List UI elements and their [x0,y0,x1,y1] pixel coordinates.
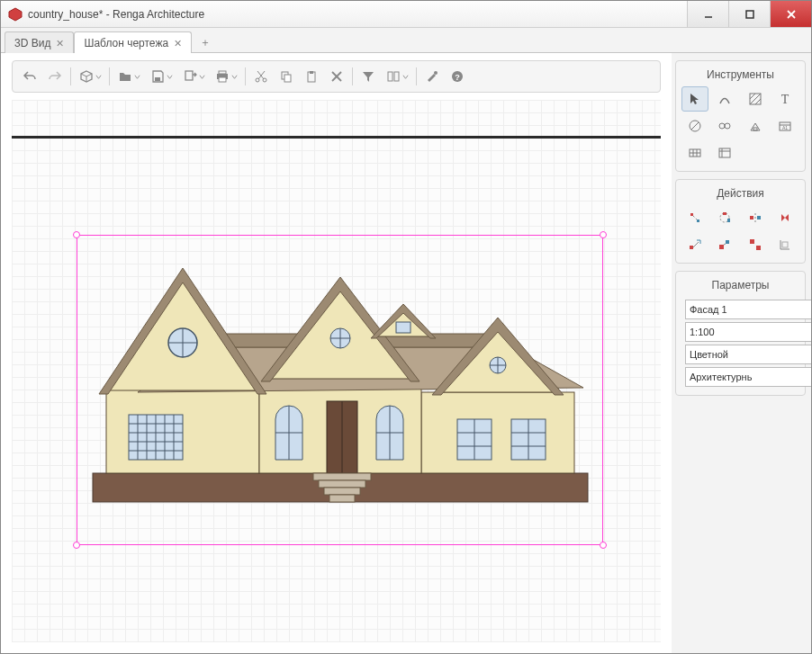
dimension-tool[interactable] [711,113,738,139]
svg-rect-102 [697,219,699,222]
svg-rect-9 [155,77,160,81]
text-tool[interactable]: T [771,86,798,112]
array-action[interactable] [742,232,769,257]
svg-rect-31 [421,392,574,473]
line-tool[interactable] [711,86,738,112]
right-sidebar: Инструменты T A1 Действия [672,53,811,653]
close-icon[interactable]: ✕ [56,38,64,49]
svg-rect-11 [219,71,226,74]
export-button[interactable] [178,65,209,88]
rotate-action[interactable] [711,205,738,230]
svg-rect-107 [757,216,761,219]
main-toolbar: ? [12,60,661,93]
svg-rect-19 [284,75,291,82]
print-button[interactable] [211,65,241,88]
flip-action[interactable] [771,205,798,230]
house-drawing[interactable] [79,239,601,509]
svg-rect-79 [324,488,360,495]
svg-rect-90 [753,128,757,130]
view-cube-button[interactable] [75,65,105,88]
axis-tool[interactable] [681,113,708,139]
svg-rect-113 [750,239,754,244]
svg-rect-114 [756,246,761,250]
tab-3d-view[interactable]: 3D Вид ✕ [5,31,74,53]
resize-handle[interactable] [73,542,80,549]
svg-text:T: T [780,93,789,106]
settings-button[interactable] [420,65,444,88]
table-tool[interactable]: A1 [771,113,798,139]
resize-handle[interactable] [600,542,607,549]
svg-rect-98 [719,148,730,157]
svg-rect-106 [750,216,753,219]
help-button[interactable]: ? [446,65,469,88]
tab-drawing-template[interactable]: Шаблон чертежа ✕ [74,31,192,53]
align-action[interactable] [771,232,798,257]
params-panel: Параметры [675,271,806,396]
svg-line-84 [755,99,761,104]
svg-rect-109 [690,246,693,249]
svg-text:?: ? [455,73,460,82]
tab-label: 3D Вид [14,37,50,49]
tab-label: Шаблон чертежа [84,37,168,49]
section-tool[interactable] [742,113,769,139]
svg-rect-117 [782,242,788,247]
schedule-tool[interactable] [711,140,738,166]
svg-rect-80 [329,495,355,502]
grid-tool[interactable] [681,140,708,166]
svg-rect-104 [723,212,726,215]
svg-rect-2 [746,11,753,18]
facade-select[interactable] [685,300,811,319]
svg-rect-77 [313,473,371,480]
redo-button[interactable] [43,65,67,88]
actions-panel: Действия [675,179,806,264]
add-tab-button[interactable]: ＋ [195,32,215,52]
panel-title: Инструменты [681,67,799,86]
close-icon[interactable]: ✕ [174,38,182,49]
panel-title: Параметры [681,277,799,297]
svg-rect-78 [319,480,365,488]
svg-point-88 [719,123,725,129]
visual-select[interactable] [685,367,811,387]
select-tool[interactable] [681,86,708,112]
minimize-button[interactable] [687,1,728,27]
svg-rect-10 [185,71,193,80]
copy-move-action[interactable] [681,232,708,257]
svg-text:A1: A1 [782,125,788,130]
svg-rect-111 [726,240,729,244]
open-button[interactable] [113,65,144,88]
undo-button[interactable] [18,65,41,88]
svg-point-26 [434,71,438,75]
paste-button[interactable] [300,65,323,88]
scale-action[interactable] [711,232,738,257]
svg-line-6 [81,74,86,76]
svg-line-87 [691,122,699,130]
hatch-tool[interactable] [742,86,769,112]
panel-title: Действия [681,185,799,205]
mirror-action[interactable] [742,205,769,230]
style-select[interactable] [685,345,811,364]
ruler-line [12,136,661,139]
tab-bar: 3D Вид ✕ Шаблон чертежа ✕ ＋ [1,28,811,53]
canvas[interactable] [12,100,661,642]
scale-select[interactable] [685,322,811,342]
layers-button[interactable] [382,65,412,88]
svg-point-89 [725,123,730,129]
delete-button[interactable] [325,65,348,88]
svg-rect-21 [310,71,313,74]
resize-handle[interactable] [73,231,80,238]
filter-button[interactable] [356,65,380,88]
titlebar: country_house* - Renga Architecture [1,1,811,28]
svg-rect-25 [394,72,399,81]
cut-button[interactable] [249,65,273,88]
maximize-button[interactable] [728,1,770,27]
close-button[interactable] [770,1,811,27]
save-button[interactable] [146,65,176,88]
window-buttons [687,1,811,27]
copy-button[interactable] [275,65,298,88]
move-action[interactable] [681,205,708,230]
svg-line-112 [724,244,726,245]
tools-panel: Инструменты T A1 [675,60,806,172]
svg-line-83 [750,94,761,104]
svg-marker-0 [9,8,22,21]
resize-handle[interactable] [600,231,607,238]
